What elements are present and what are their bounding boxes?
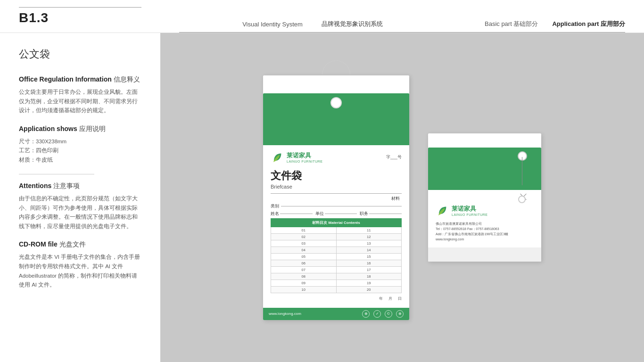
page-number: B1.3 [19, 10, 49, 25]
multi-field-row: 姓名 单位 职务 [271, 211, 402, 217]
field-row-material: 材料 [271, 196, 402, 202]
back-logo-text: 莱诺家具 LAINUO FURNITURE [452, 205, 487, 216]
basic-part-label: Basic part 基础部分 [485, 20, 538, 28]
date-row: 年 月 日 [271, 296, 402, 301]
back-string [522, 157, 522, 185]
table-row: 0414 [271, 247, 402, 253]
envelope-circle-front [330, 97, 342, 108]
envelope-body-front: 莱诺家具 LAINUO FURNITURE 字___号 文件袋 Briefcas… [263, 145, 409, 308]
envelope-subtitle: Briefcase [271, 184, 402, 189]
table-header: 材料目次 Material Contents [271, 218, 402, 227]
envelope-front: 莱诺家具 LAINUO FURNITURE 字___号 文件袋 Briefcas… [263, 75, 409, 320]
table-row: 0111 [271, 227, 402, 233]
right-panel: 莱诺家具 LAINUO FURNITURE 字___号 文件袋 Briefcas… [160, 33, 644, 362]
envelope-title: 文件袋 [271, 169, 402, 183]
info-section-3: Attentions 注意事项 由于信息的不确定性，此页部分规范（如文字大小、间… [19, 182, 141, 231]
header-center: Visual Identity System 品牌视觉形象识别系统 [179, 20, 446, 33]
info-heading-1: Office Regulation Information 信息释义 [19, 75, 141, 84]
envelope-flap-front [263, 93, 409, 145]
info-section-2: Application shows 应用说明 尺寸：330X238mm 工艺：四… [19, 125, 141, 165]
info-heading-4: CD-ROM file 光盘文件 [19, 240, 141, 249]
c-icon: © [385, 310, 392, 318]
header-top-divider [19, 7, 141, 8]
section-title: 公文袋 [19, 47, 141, 61]
vis-zh-label: 品牌视觉形象识别系统 [322, 20, 383, 28]
envelope-string-arc [322, 60, 350, 74]
table-row: 0919 [271, 280, 402, 286]
left-panel: 公文袋 Office Regulation Information 信息释义 公… [0, 33, 160, 362]
info-heading-3: Attentions 注意事项 [19, 182, 141, 190]
header: B1.3 Visual Identity System 品牌视觉形象识别系统 B… [0, 0, 644, 33]
category-label: 类别 [271, 203, 279, 209]
contents-table: 材料目次 Material Contents 01110212031304140… [271, 218, 402, 293]
back-company-info: 佛山市旅港澳莱诺家具有限公司 Tel：0757-88552618 Fax：075… [436, 221, 534, 242]
envelope-footer: www.longkong.com ⊕ ✓ © ⊕ [263, 308, 409, 320]
envelope-back: 莱诺家具 LAINUO FURNITURE 佛山市旅港澳莱诺家具有限公司 Tel… [428, 133, 541, 262]
logo-mark: 莱诺家具 LAINUO FURNITURE [271, 151, 322, 164]
divider-1 [19, 174, 94, 174]
envelope-line-1 [271, 193, 402, 194]
table-row: 0616 [271, 260, 402, 266]
info-heading-2: Application shows 应用说明 [19, 125, 141, 133]
envelope-back-footer [428, 247, 541, 262]
logo-text-block: 莱诺家具 LAINUO FURNITURE [287, 151, 322, 163]
envelope-logo-row: 莱诺家具 LAINUO FURNITURE 字___号 [271, 151, 402, 164]
info-body-3: 由于信息的不确定性，此页部分规范（如文字大小、间距等）可作为参考使用，具体可根据… [19, 194, 141, 231]
header-right: Basic part 基础部分 Application part 应用部分 [446, 20, 625, 33]
back-logo-cn: 莱诺家具 [452, 205, 487, 213]
back-leaf-logo-icon [436, 204, 449, 217]
footer-icons: ⊕ ✓ © ⊕ [362, 310, 404, 318]
zi-hao: 字___号 [386, 154, 402, 160]
logo-cn: 莱诺家具 [287, 151, 322, 160]
vis-en-label: Visual Identity System [242, 21, 303, 28]
table-row: 0515 [271, 253, 402, 260]
table-row: 0717 [271, 266, 402, 273]
info-body-4: 光盘文件是本 VI 手册电子文件的集合，内含手册制作时的专用软件格式文件。其中 … [19, 253, 141, 289]
back-logo-row: 莱诺家具 LAINUO FURNITURE [436, 204, 534, 217]
app-part-label: Application part 应用部分 [552, 20, 625, 28]
info-body-2: 尺寸：330X238mm 工艺：四色印刷 材质：牛皮纸 [19, 137, 141, 165]
info-section-1: Office Regulation Information 信息释义 公文袋主要… [19, 75, 141, 115]
header-left: B1.3 [19, 7, 179, 25]
logo-en: LAINUO FURNITURE [287, 160, 322, 163]
table-row: 1020 [271, 286, 402, 293]
table-row: 0313 [271, 240, 402, 247]
table-row: 0818 [271, 273, 402, 280]
table-row: 0212 [271, 233, 402, 240]
globe-icon-2: ⊕ [396, 310, 404, 318]
check-icon: ✓ [373, 310, 381, 318]
info-section-4: CD-ROM file 光盘文件 光盘文件是本 VI 手册电子文件的集合，内含手… [19, 240, 141, 289]
back-circle-bottom [518, 196, 526, 203]
leaf-logo-icon [271, 151, 284, 164]
back-logo-en: LAINUO FURNITURE [452, 213, 487, 216]
back-circle-top [518, 151, 527, 161]
footer-url: www.longkong.com [269, 312, 301, 316]
main: 公文袋 Office Regulation Information 信息释义 公… [0, 33, 644, 362]
envelope-back-flap [428, 148, 541, 190]
info-body-1: 公文袋主要用于日常办公，展现企业风貌。左面仅为范例，企业可根据不同时期、不同需求… [19, 88, 141, 115]
globe-icon-1: ⊕ [362, 310, 370, 318]
